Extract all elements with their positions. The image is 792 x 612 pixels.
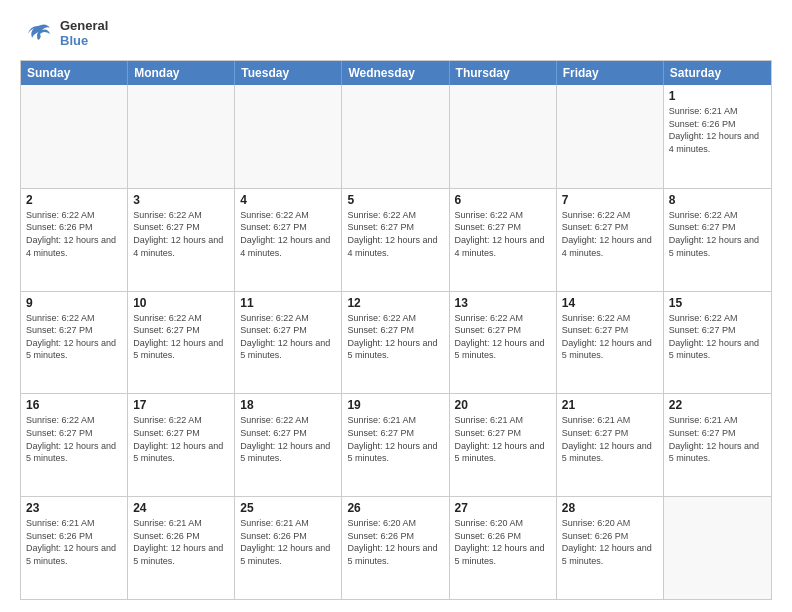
day-info: Sunrise: 6:20 AM Sunset: 6:26 PM Dayligh… (455, 517, 551, 567)
calendar-cell: 24Sunrise: 6:21 AM Sunset: 6:26 PM Dayli… (128, 497, 235, 599)
day-info: Sunrise: 6:22 AM Sunset: 6:27 PM Dayligh… (669, 209, 766, 259)
day-info: Sunrise: 6:20 AM Sunset: 6:26 PM Dayligh… (562, 517, 658, 567)
calendar-cell: 3Sunrise: 6:22 AM Sunset: 6:27 PM Daylig… (128, 189, 235, 291)
calendar-week-2: 2Sunrise: 6:22 AM Sunset: 6:26 PM Daylig… (21, 188, 771, 291)
calendar-cell: 10Sunrise: 6:22 AM Sunset: 6:27 PM Dayli… (128, 292, 235, 394)
calendar-week-3: 9Sunrise: 6:22 AM Sunset: 6:27 PM Daylig… (21, 291, 771, 394)
calendar-cell: 9Sunrise: 6:22 AM Sunset: 6:27 PM Daylig… (21, 292, 128, 394)
day-number: 26 (347, 501, 443, 515)
calendar: SundayMondayTuesdayWednesdayThursdayFrid… (20, 60, 772, 600)
calendar-cell: 17Sunrise: 6:22 AM Sunset: 6:27 PM Dayli… (128, 394, 235, 496)
day-info: Sunrise: 6:22 AM Sunset: 6:27 PM Dayligh… (562, 312, 658, 362)
header-cell-sunday: Sunday (21, 61, 128, 85)
day-info: Sunrise: 6:21 AM Sunset: 6:27 PM Dayligh… (455, 414, 551, 464)
calendar-week-5: 23Sunrise: 6:21 AM Sunset: 6:26 PM Dayli… (21, 496, 771, 599)
day-number: 5 (347, 193, 443, 207)
day-info: Sunrise: 6:22 AM Sunset: 6:26 PM Dayligh… (26, 209, 122, 259)
day-info: Sunrise: 6:22 AM Sunset: 6:27 PM Dayligh… (455, 312, 551, 362)
day-number: 7 (562, 193, 658, 207)
day-number: 10 (133, 296, 229, 310)
day-info: Sunrise: 6:22 AM Sunset: 6:27 PM Dayligh… (133, 312, 229, 362)
calendar-week-4: 16Sunrise: 6:22 AM Sunset: 6:27 PM Dayli… (21, 393, 771, 496)
header-cell-tuesday: Tuesday (235, 61, 342, 85)
calendar-cell: 22Sunrise: 6:21 AM Sunset: 6:27 PM Dayli… (664, 394, 771, 496)
day-number: 11 (240, 296, 336, 310)
day-number: 2 (26, 193, 122, 207)
logo-bird-icon (20, 16, 56, 52)
day-info: Sunrise: 6:21 AM Sunset: 6:26 PM Dayligh… (240, 517, 336, 567)
calendar-cell (342, 85, 449, 188)
day-number: 16 (26, 398, 122, 412)
calendar-cell: 15Sunrise: 6:22 AM Sunset: 6:27 PM Dayli… (664, 292, 771, 394)
day-info: Sunrise: 6:21 AM Sunset: 6:26 PM Dayligh… (669, 105, 766, 155)
day-number: 21 (562, 398, 658, 412)
day-info: Sunrise: 6:22 AM Sunset: 6:27 PM Dayligh… (240, 209, 336, 259)
day-info: Sunrise: 6:21 AM Sunset: 6:27 PM Dayligh… (347, 414, 443, 464)
calendar-cell: 7Sunrise: 6:22 AM Sunset: 6:27 PM Daylig… (557, 189, 664, 291)
calendar-cell (664, 497, 771, 599)
calendar-cell (557, 85, 664, 188)
day-info: Sunrise: 6:22 AM Sunset: 6:27 PM Dayligh… (133, 414, 229, 464)
calendar-cell (235, 85, 342, 188)
header-cell-thursday: Thursday (450, 61, 557, 85)
logo-blue: Blue (60, 34, 108, 49)
day-info: Sunrise: 6:22 AM Sunset: 6:27 PM Dayligh… (669, 312, 766, 362)
day-info: Sunrise: 6:21 AM Sunset: 6:27 PM Dayligh… (669, 414, 766, 464)
day-number: 14 (562, 296, 658, 310)
calendar-cell: 20Sunrise: 6:21 AM Sunset: 6:27 PM Dayli… (450, 394, 557, 496)
header: General Blue (20, 16, 772, 52)
day-info: Sunrise: 6:20 AM Sunset: 6:26 PM Dayligh… (347, 517, 443, 567)
day-number: 13 (455, 296, 551, 310)
day-number: 8 (669, 193, 766, 207)
calendar-cell: 23Sunrise: 6:21 AM Sunset: 6:26 PM Dayli… (21, 497, 128, 599)
calendar-cell: 21Sunrise: 6:21 AM Sunset: 6:27 PM Dayli… (557, 394, 664, 496)
day-number: 17 (133, 398, 229, 412)
calendar-cell: 14Sunrise: 6:22 AM Sunset: 6:27 PM Dayli… (557, 292, 664, 394)
day-info: Sunrise: 6:22 AM Sunset: 6:27 PM Dayligh… (26, 312, 122, 362)
day-info: Sunrise: 6:22 AM Sunset: 6:27 PM Dayligh… (133, 209, 229, 259)
day-number: 6 (455, 193, 551, 207)
day-number: 23 (26, 501, 122, 515)
day-number: 1 (669, 89, 766, 103)
day-info: Sunrise: 6:22 AM Sunset: 6:27 PM Dayligh… (240, 414, 336, 464)
day-number: 4 (240, 193, 336, 207)
day-number: 25 (240, 501, 336, 515)
calendar-cell: 16Sunrise: 6:22 AM Sunset: 6:27 PM Dayli… (21, 394, 128, 496)
calendar-cell: 18Sunrise: 6:22 AM Sunset: 6:27 PM Dayli… (235, 394, 342, 496)
day-info: Sunrise: 6:21 AM Sunset: 6:26 PM Dayligh… (133, 517, 229, 567)
header-cell-saturday: Saturday (664, 61, 771, 85)
day-number: 18 (240, 398, 336, 412)
day-number: 15 (669, 296, 766, 310)
calendar-cell: 11Sunrise: 6:22 AM Sunset: 6:27 PM Dayli… (235, 292, 342, 394)
header-cell-wednesday: Wednesday (342, 61, 449, 85)
calendar-cell: 26Sunrise: 6:20 AM Sunset: 6:26 PM Dayli… (342, 497, 449, 599)
day-number: 19 (347, 398, 443, 412)
calendar-cell: 2Sunrise: 6:22 AM Sunset: 6:26 PM Daylig… (21, 189, 128, 291)
day-number: 24 (133, 501, 229, 515)
header-cell-friday: Friday (557, 61, 664, 85)
day-number: 28 (562, 501, 658, 515)
day-info: Sunrise: 6:22 AM Sunset: 6:27 PM Dayligh… (26, 414, 122, 464)
header-cell-monday: Monday (128, 61, 235, 85)
calendar-header-row: SundayMondayTuesdayWednesdayThursdayFrid… (21, 61, 771, 85)
calendar-cell: 13Sunrise: 6:22 AM Sunset: 6:27 PM Dayli… (450, 292, 557, 394)
day-info: Sunrise: 6:22 AM Sunset: 6:27 PM Dayligh… (240, 312, 336, 362)
day-info: Sunrise: 6:22 AM Sunset: 6:27 PM Dayligh… (347, 312, 443, 362)
calendar-cell (450, 85, 557, 188)
calendar-cell: 1Sunrise: 6:21 AM Sunset: 6:26 PM Daylig… (664, 85, 771, 188)
calendar-cell: 8Sunrise: 6:22 AM Sunset: 6:27 PM Daylig… (664, 189, 771, 291)
calendar-cell: 27Sunrise: 6:20 AM Sunset: 6:26 PM Dayli… (450, 497, 557, 599)
calendar-cell: 6Sunrise: 6:22 AM Sunset: 6:27 PM Daylig… (450, 189, 557, 291)
day-number: 3 (133, 193, 229, 207)
calendar-cell: 4Sunrise: 6:22 AM Sunset: 6:27 PM Daylig… (235, 189, 342, 291)
day-info: Sunrise: 6:22 AM Sunset: 6:27 PM Dayligh… (347, 209, 443, 259)
day-info: Sunrise: 6:21 AM Sunset: 6:26 PM Dayligh… (26, 517, 122, 567)
day-number: 27 (455, 501, 551, 515)
page: General Blue SundayMondayTuesdayWednesda… (0, 0, 792, 612)
calendar-cell: 28Sunrise: 6:20 AM Sunset: 6:26 PM Dayli… (557, 497, 664, 599)
day-number: 22 (669, 398, 766, 412)
calendar-week-1: 1Sunrise: 6:21 AM Sunset: 6:26 PM Daylig… (21, 85, 771, 188)
calendar-cell (21, 85, 128, 188)
day-number: 20 (455, 398, 551, 412)
logo: General Blue (20, 16, 108, 52)
